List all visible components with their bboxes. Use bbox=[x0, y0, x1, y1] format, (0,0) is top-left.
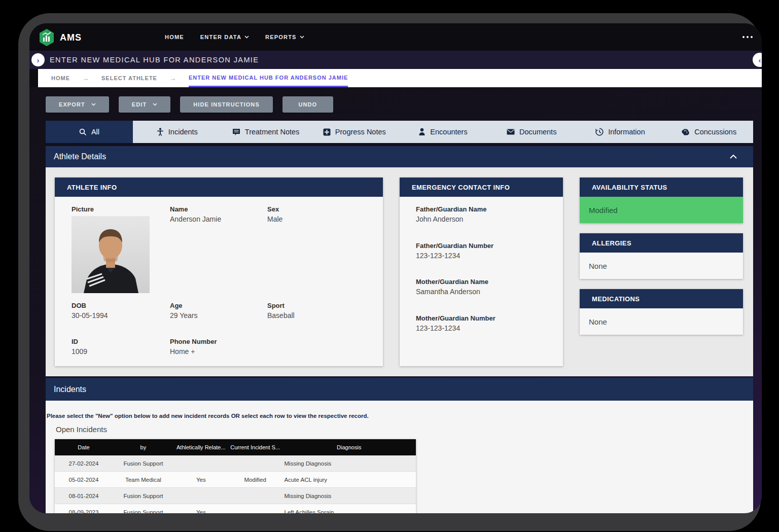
athlete-info-card-title: ATHLETE INFO bbox=[55, 178, 383, 197]
open-incidents-table: Date by Athletically Relate... Current I… bbox=[55, 439, 416, 513]
incidents-instruction: Please select the "New" option below to … bbox=[47, 413, 369, 419]
envelope-icon bbox=[507, 129, 515, 135]
age-label: Age bbox=[170, 302, 198, 309]
availability-status-badge: Modified bbox=[580, 197, 743, 223]
picture-label: Picture bbox=[72, 205, 150, 213]
medications-card: MEDICATIONS None bbox=[580, 289, 743, 335]
tab-documents[interactable]: Documents bbox=[487, 121, 576, 143]
mother-name-label: Mother/Guardian Name bbox=[416, 278, 488, 286]
brand-name: AMS bbox=[60, 32, 82, 43]
top-nav: AMS HOME ENTER DATA REPORTS bbox=[29, 23, 762, 51]
breadcrumb-arrow: → bbox=[82, 69, 89, 87]
athlete-info-card: ATHLETE INFO Picture bbox=[55, 178, 383, 366]
table-row[interactable]: 08-09-2023 Fusion Support Yes Left Achil… bbox=[55, 504, 416, 513]
athlete-photo bbox=[72, 216, 150, 293]
collapse-section-button[interactable] bbox=[730, 155, 737, 159]
phone-label: Phone Number bbox=[170, 338, 217, 345]
table-header-row: Date by Athletically Relate... Current I… bbox=[55, 439, 416, 455]
page-title-bar: › ENTER NEW MEDICAL HUB FOR ANDERSON JAM… bbox=[29, 51, 762, 69]
nav-item-enter-data[interactable]: ENTER DATA bbox=[200, 34, 249, 40]
breadcrumb-select-athlete[interactable]: SELECT ATHLETE bbox=[101, 69, 157, 87]
dob-value: 30-05-1994 bbox=[72, 311, 108, 320]
overflow-menu-icon[interactable] bbox=[742, 36, 753, 38]
col-current-status: Current Incident S... bbox=[228, 444, 282, 450]
undo-button[interactable]: UNDO bbox=[282, 96, 333, 113]
father-number-value: 123-123-1234 bbox=[416, 252, 493, 260]
export-button[interactable]: EXPORT bbox=[46, 96, 109, 113]
chevron-down-icon bbox=[153, 103, 157, 106]
incidents-header: Incidents bbox=[46, 378, 753, 401]
tab-concussions[interactable]: Concussions bbox=[664, 121, 753, 143]
medications-value: None bbox=[580, 308, 743, 335]
col-date: Date bbox=[55, 444, 113, 450]
tab-encounters[interactable]: Encounters bbox=[399, 121, 487, 143]
toolbar: EXPORT EDIT HIDE INSTRUCTIONS UNDO bbox=[46, 96, 333, 113]
note-bubble-icon bbox=[232, 128, 240, 136]
history-clock-icon bbox=[595, 128, 604, 136]
sex-value: Male bbox=[267, 215, 282, 223]
table-row[interactable]: 05-02-2024 Team Medical Yes Modified Acu… bbox=[55, 472, 416, 488]
section-title: Athlete Details bbox=[54, 152, 106, 161]
medications-card-title: MEDICATIONS bbox=[580, 289, 743, 308]
allergies-card: ALLERGIES None bbox=[580, 233, 743, 279]
breadcrumb-current[interactable]: ENTER NEW MEDICAL HUB FOR ANDERSON JAMIE bbox=[189, 69, 348, 87]
edit-button[interactable]: EDIT bbox=[119, 96, 170, 113]
age-value: 29 Years bbox=[170, 311, 198, 320]
father-number-label: Father/Guardian Number bbox=[416, 242, 493, 250]
father-name-label: Father/Guardian Name bbox=[416, 205, 486, 213]
breadcrumb: HOME → SELECT ATHLETE → ENTER NEW MEDICA… bbox=[38, 69, 762, 87]
brain-icon bbox=[681, 128, 690, 136]
col-athletically-related: Athletically Relate... bbox=[174, 444, 228, 450]
collapse-chevron-button[interactable]: ‹ bbox=[753, 53, 762, 67]
tab-information[interactable]: Information bbox=[576, 121, 665, 143]
tab-progress-notes[interactable]: Progress Notes bbox=[310, 121, 399, 143]
mother-number-label: Mother/Guardian Number bbox=[416, 314, 495, 322]
hide-instructions-button[interactable]: HIDE INSTRUCTIONS bbox=[180, 96, 273, 113]
availability-card-title: AVAILABILITY STATUS bbox=[580, 178, 743, 197]
tab-incidents[interactable]: Incidents bbox=[133, 121, 222, 143]
mother-name-value: Samantha Anderson bbox=[416, 288, 488, 296]
expand-chevron-button[interactable]: › bbox=[31, 53, 45, 66]
father-name-value: John Anderson bbox=[416, 215, 486, 223]
sport-value: Baseball bbox=[267, 311, 295, 320]
person-icon bbox=[418, 128, 426, 136]
table-row[interactable]: 27-02-2024 Fusion Support Missing Diagno… bbox=[55, 455, 416, 472]
id-label: ID bbox=[72, 338, 87, 345]
emergency-card-title: EMERGENCY CONTACT INFO bbox=[400, 178, 563, 197]
athlete-details-body: ATHLETE INFO Picture bbox=[46, 167, 753, 376]
page-title: ENTER NEW MEDICAL HUB FOR ANDERSON JAMIE bbox=[50, 56, 259, 64]
add-box-icon bbox=[323, 128, 331, 136]
app-screen: AMS HOME ENTER DATA REPORTS › ENTER NE bbox=[29, 23, 762, 513]
chevron-up-icon bbox=[730, 155, 737, 159]
device-frame: AMS HOME ENTER DATA REPORTS › ENTER NE bbox=[18, 13, 761, 531]
breadcrumb-arrow: → bbox=[169, 69, 176, 87]
allergies-value: None bbox=[580, 253, 743, 279]
search-icon bbox=[79, 128, 87, 136]
tab-all[interactable]: All bbox=[46, 121, 133, 143]
name-label: Name bbox=[170, 205, 221, 213]
dob-label: DOB bbox=[72, 302, 108, 309]
nav-item-reports[interactable]: REPORTS bbox=[265, 34, 304, 40]
content-area: EXPORT EDIT HIDE INSTRUCTIONS UNDO bbox=[29, 87, 762, 513]
body-icon bbox=[157, 128, 164, 136]
emergency-contact-card: EMERGENCY CONTACT INFO Father/Guardian N… bbox=[400, 178, 563, 366]
open-incidents-title: Open Incidents bbox=[56, 425, 107, 434]
chevron-down-icon bbox=[300, 36, 304, 39]
sport-label: Sport bbox=[267, 302, 295, 309]
tab-treatment-notes[interactable]: Treatment Notes bbox=[222, 121, 310, 143]
allergies-card-title: ALLERGIES bbox=[580, 233, 743, 253]
id-value: 1009 bbox=[72, 347, 87, 356]
phone-value: Home + bbox=[170, 347, 217, 356]
nav-item-home[interactable]: HOME bbox=[165, 34, 184, 40]
table-row[interactable]: 08-01-2024 Fusion Support Missing Diagno… bbox=[55, 488, 416, 504]
ams-logo-icon bbox=[39, 28, 55, 47]
athlete-details-header: Athlete Details bbox=[46, 146, 753, 167]
name-value: Anderson Jamie bbox=[170, 215, 221, 223]
availability-status-card: AVAILABILITY STATUS Modified bbox=[580, 178, 743, 223]
breadcrumb-home[interactable]: HOME bbox=[51, 69, 70, 87]
incidents-body: Please select the "New" option below to … bbox=[46, 401, 753, 513]
col-by: by bbox=[113, 444, 174, 450]
chevron-down-icon bbox=[244, 36, 249, 39]
col-diagnosis: Diagnosis bbox=[282, 444, 416, 450]
section-title: Incidents bbox=[54, 385, 86, 394]
